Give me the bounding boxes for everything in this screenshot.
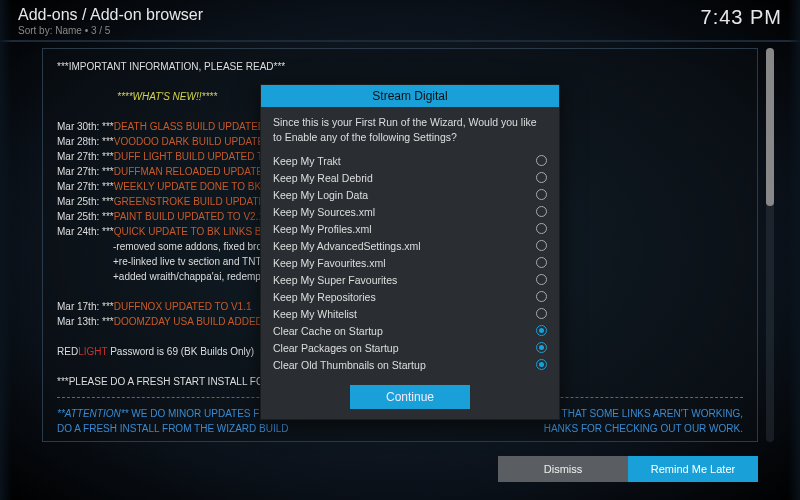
setting-label: Keep My Login Data	[273, 189, 368, 201]
header: Add-ons / Add-on browser Sort by: Name •…	[0, 0, 800, 38]
setting-toggle[interactable]: Keep My Trakt	[273, 152, 547, 169]
setting-label: Keep My Favourites.xml	[273, 257, 386, 269]
setting-toggle[interactable]: Keep My Login Data	[273, 186, 547, 203]
radio-icon[interactable]	[536, 240, 547, 251]
setting-toggle[interactable]: Keep My AdvancedSettings.xml	[273, 237, 547, 254]
setting-label: Keep My Sources.xml	[273, 206, 375, 218]
setting-toggle[interactable]: Clear Cache on Startup	[273, 322, 547, 339]
setting-label: Keep My AdvancedSettings.xml	[273, 240, 421, 252]
scrollbar-thumb[interactable]	[766, 48, 774, 206]
clock: 7:43 PM	[701, 6, 782, 29]
setting-toggle[interactable]: Clear Packages on Startup	[273, 339, 547, 356]
setting-toggle[interactable]: Keep My Profiles.xml	[273, 220, 547, 237]
setting-label: Clear Old Thumbnails on Startup	[273, 359, 426, 371]
setting-toggle[interactable]: Keep My Repositories	[273, 288, 547, 305]
notice-header: ***IMPORTANT INFORMATION, PLEASE READ***	[57, 59, 743, 74]
setting-toggle[interactable]: Keep My Sources.xml	[273, 203, 547, 220]
setting-label: Keep My Whitelist	[273, 308, 357, 320]
radio-icon[interactable]	[536, 359, 547, 370]
setting-toggle[interactable]: Clear Old Thumbnails on Startup	[273, 356, 547, 373]
radio-icon[interactable]	[536, 223, 547, 234]
dialog-title: Stream Digital	[261, 85, 559, 107]
setting-toggle[interactable]: Keep My Super Favourites	[273, 271, 547, 288]
page-title: Add-ons / Add-on browser	[18, 6, 203, 24]
radio-icon[interactable]	[536, 155, 547, 166]
dismiss-button[interactable]: Dismiss	[498, 456, 628, 482]
radio-icon[interactable]	[536, 274, 547, 285]
radio-icon[interactable]	[536, 325, 547, 336]
setting-label: Keep My Super Favourites	[273, 274, 397, 286]
setting-label: Keep My Profiles.xml	[273, 223, 372, 235]
wizard-dialog: Stream Digital Since this is your First …	[260, 84, 560, 420]
setting-label: Keep My Real Debrid	[273, 172, 373, 184]
setting-toggle[interactable]: Keep My Favourites.xml	[273, 254, 547, 271]
dialog-prompt: Since this is your First Run of the Wiza…	[261, 107, 559, 150]
remind-later-button[interactable]: Remind Me Later	[628, 456, 758, 482]
divider	[0, 40, 800, 42]
radio-icon[interactable]	[536, 342, 547, 353]
scrollbar[interactable]	[766, 48, 774, 442]
sort-info: Sort by: Name • 3 / 5	[18, 25, 203, 36]
setting-toggle[interactable]: Keep My Whitelist	[273, 305, 547, 322]
footer: Dismiss Remind Me Later	[498, 456, 758, 482]
setting-label: Keep My Trakt	[273, 155, 341, 167]
setting-label: Clear Cache on Startup	[273, 325, 383, 337]
radio-icon[interactable]	[536, 308, 547, 319]
setting-toggle[interactable]: Keep My Real Debrid	[273, 169, 547, 186]
radio-icon[interactable]	[536, 206, 547, 217]
radio-icon[interactable]	[536, 172, 547, 183]
radio-icon[interactable]	[536, 189, 547, 200]
continue-button[interactable]: Continue	[350, 385, 470, 409]
setting-label: Keep My Repositories	[273, 291, 376, 303]
radio-icon[interactable]	[536, 291, 547, 302]
attention-line-2: DO A FRESH INSTALL FROM THE WIZARD BUILD…	[57, 421, 743, 436]
radio-icon[interactable]	[536, 257, 547, 268]
setting-label: Clear Packages on Startup	[273, 342, 399, 354]
